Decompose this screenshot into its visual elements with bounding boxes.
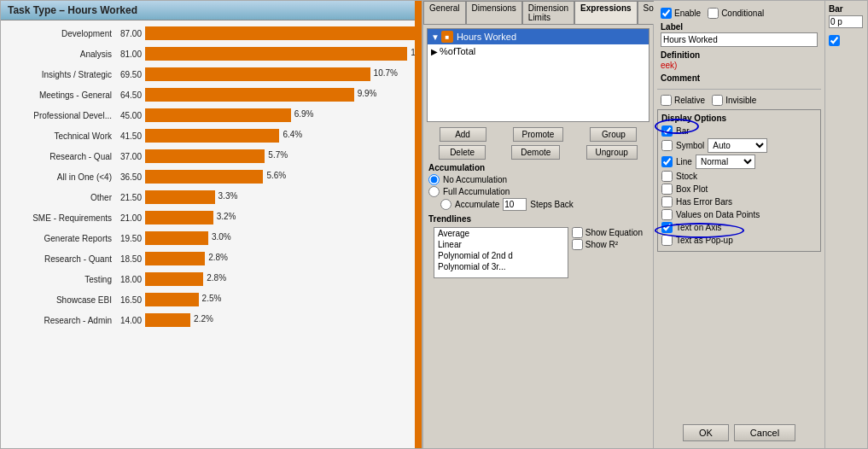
expr-icon: ■ <box>441 31 453 43</box>
enable-row: Enable Conditional <box>657 4 821 19</box>
bar-value: 19.50 <box>115 234 145 243</box>
bar-row: Other21.503.3% <box>4 188 422 207</box>
relative-invisible-row: Relative Invisible <box>657 95 821 106</box>
text-axis-label: Text on Axis <box>676 223 721 232</box>
error-bars-checkbox[interactable] <box>661 196 673 207</box>
symbol-select[interactable]: Auto <box>708 138 767 153</box>
bar-pct: 10.7% <box>374 68 398 78</box>
bar-side-checkbox[interactable] <box>829 35 840 46</box>
display-options-section: Display Options Bar Symbol Auto Line Nor… <box>657 109 821 252</box>
tab-expressions[interactable]: Expressions <box>574 1 637 24</box>
bar-value: 37.00 <box>115 152 145 161</box>
no-accumulation-radio[interactable] <box>428 174 440 185</box>
delete-button[interactable]: Delete <box>439 145 486 160</box>
bar-pct: 3.3% <box>218 191 238 201</box>
text-popup-opt-row: Text as Pop-up <box>661 235 817 246</box>
tab-dimension-limits[interactable]: Dimension Limits <box>522 1 574 24</box>
cancel-button[interactable]: Cancel <box>734 424 795 441</box>
trendline-item[interactable]: Polynomial of 2nd d <box>434 250 568 261</box>
steps-back-label: Steps Back <box>530 200 574 209</box>
trendline-item[interactable]: Linear <box>434 239 568 250</box>
line-checkbox[interactable] <box>661 156 673 167</box>
bar-label: Analysis <box>4 50 115 59</box>
conditional-check-row: Conditional <box>708 8 764 19</box>
invisible-checkbox[interactable] <box>712 95 723 106</box>
bar-container: 2.5% <box>145 293 422 306</box>
demote-button[interactable]: Demote <box>511 145 560 160</box>
bar-fill <box>145 231 208 245</box>
bar-row: Showcase EBI16.502.5% <box>4 290 422 309</box>
bar-pct: 2.8% <box>208 253 228 262</box>
line-select[interactable]: Normal <box>696 155 755 169</box>
steps-row: Accumulate Steps Back <box>428 198 648 211</box>
bar-container: 9.9% <box>145 88 422 102</box>
tab-general[interactable]: General <box>423 1 466 24</box>
bar-pct: 2.8% <box>207 273 226 283</box>
show-equation-checkbox[interactable] <box>572 227 583 238</box>
bar-label: Bar <box>676 126 690 136</box>
steps-input[interactable] <box>503 198 527 211</box>
bar-label: Technical Work <box>4 131 115 141</box>
trendlines-section: Trendlines AverageLinearPolynomial of 2n… <box>423 213 653 282</box>
trendlines-area: AverageLinearPolynomial of 2nd dPolynomi… <box>428 225 648 280</box>
text-popup-checkbox[interactable] <box>661 235 673 246</box>
expr-item[interactable]: ▼■Hours Worked <box>428 29 649 44</box>
bar-value: 69.50 <box>115 70 145 79</box>
definition-value: eek) <box>661 61 677 70</box>
bar-label: Development <box>4 29 115 38</box>
bar-fill <box>145 211 213 224</box>
bar-fill <box>145 170 263 184</box>
accumulate-radio[interactable] <box>440 199 451 210</box>
label-input[interactable] <box>661 32 818 47</box>
stock-checkbox[interactable] <box>661 171 673 182</box>
bar-row: SME - Requirements21.003.2% <box>4 208 422 227</box>
bar-container: 12.5% <box>145 47 422 61</box>
expression-list[interactable]: ▼■Hours Worked▶%ofTotal <box>427 28 650 122</box>
enable-label: Enable <box>674 9 701 18</box>
text-axis-checkbox[interactable] <box>661 222 673 233</box>
bar-value: 81.00 <box>115 50 145 59</box>
chart-title: Task Type – Hours Worked <box>1 1 422 20</box>
bar-pct: 6.4% <box>283 130 302 139</box>
bar-value: 16.50 <box>115 295 145 305</box>
relative-checkbox[interactable] <box>661 95 672 106</box>
group-button[interactable]: Group <box>590 127 637 142</box>
promote-button[interactable]: Promote <box>513 127 564 142</box>
box-plot-checkbox[interactable] <box>661 184 673 195</box>
bar-value: 18.00 <box>115 275 145 284</box>
expr-expand-row[interactable]: ▼■Hours Worked <box>428 29 649 44</box>
bar-row: Research - Quant18.502.8% <box>4 249 422 268</box>
symbol-checkbox[interactable] <box>661 140 673 151</box>
values-label: Values on Data Points <box>676 210 760 219</box>
trendline-item[interactable]: Average <box>434 228 568 239</box>
enable-checkbox[interactable] <box>661 8 672 19</box>
values-checkbox[interactable] <box>661 209 673 220</box>
symbol-opt-row: Symbol Auto <box>661 138 817 153</box>
bar-pct: 6.9% <box>294 109 314 119</box>
tab-dimensions[interactable]: Dimensions <box>466 1 522 24</box>
tabs-row: GeneralDimensionsDimension LimitsExpress… <box>423 1 653 25</box>
ungroup-button[interactable]: Ungroup <box>586 145 638 160</box>
expr-item[interactable]: ▶%ofTotal <box>428 44 649 58</box>
trendlines-list[interactable]: AverageLinearPolynomial of 2nd dPolynomi… <box>434 227 568 278</box>
chart-panel: Task Type – Hours Worked Development87.0… <box>0 0 422 449</box>
btn-row-top: Add Promote Group <box>423 125 653 143</box>
no-accumulation-label: No Accumulation <box>443 175 507 184</box>
relative-check-row: Relative <box>661 95 705 106</box>
ok-button[interactable]: OK <box>683 424 729 441</box>
full-accumulation-radio[interactable] <box>428 186 440 197</box>
definition-field: Definition eek) <box>657 50 821 70</box>
bar-checkbox[interactable] <box>661 125 673 137</box>
conditional-checkbox[interactable] <box>708 8 719 19</box>
bar-pct: 9.9% <box>358 89 377 98</box>
bar-row: Professional Devel...45.006.9% <box>4 106 422 125</box>
show-r2-checkbox[interactable] <box>572 239 583 250</box>
definition-title: Definition <box>661 50 818 60</box>
bar-value: 21.00 <box>115 213 145 223</box>
trendline-item[interactable]: Polynomial of 3r... <box>434 261 568 272</box>
accumulation-section: Accumulation No Accumulation Full Accumu… <box>423 161 653 213</box>
bar-side-input[interactable] <box>829 15 863 28</box>
add-button[interactable]: Add <box>440 127 486 142</box>
bar-container: 2.2% <box>145 313 422 327</box>
expr-expand-row[interactable]: ▶%ofTotal <box>428 44 649 58</box>
